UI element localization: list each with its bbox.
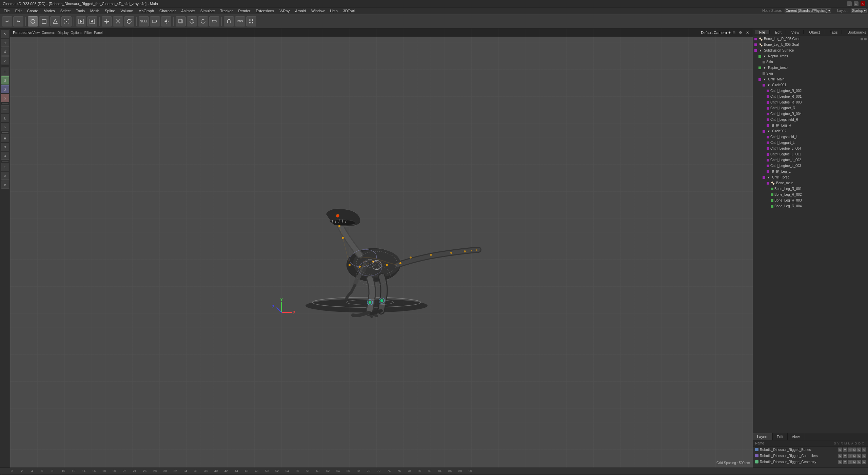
- menu-mesh[interactable]: Mesh: [88, 8, 102, 14]
- layer-controllers[interactable]: Robotic_Dinosaur_Rigged_Controllers S V …: [753, 453, 868, 459]
- layer-icon-5[interactable]: L: [857, 448, 861, 452]
- sphere-button[interactable]: [187, 16, 197, 26]
- tab-layers[interactable]: Layers: [753, 433, 773, 440]
- tool-2[interactable]: S: [1, 76, 9, 84]
- viewport-options-button[interactable]: Options: [71, 31, 82, 35]
- menu-animate[interactable]: Animate: [179, 8, 197, 14]
- tool-1[interactable]: T: [1, 68, 9, 76]
- menu-window[interactable]: Window: [309, 8, 327, 14]
- layer-icon-4[interactable]: M: [852, 454, 856, 458]
- viewport[interactable]: Perspective View Cameras Display Options…: [10, 28, 753, 468]
- rpanel-tab-view[interactable]: View: [787, 30, 804, 34]
- minimize-button[interactable]: _: [847, 1, 852, 6]
- tree-item-bone-leg-r-004[interactable]: Bone_Leg_R_004: [753, 203, 868, 209]
- deformer-button[interactable]: [209, 16, 219, 26]
- tool-12[interactable]: ⊕: [1, 172, 9, 180]
- menu-volume[interactable]: Volume: [118, 8, 136, 14]
- menu-3dtoai[interactable]: 3DToAI: [341, 8, 358, 14]
- rotate-tool-button[interactable]: [124, 16, 134, 26]
- tree-item-cntrl-legtoe-r-002[interactable]: Cntrl_Legtoe_R_002: [753, 88, 868, 94]
- menu-character[interactable]: Character: [157, 8, 178, 14]
- node-space-selector[interactable]: Current (Standard/Physical) ▾: [785, 8, 831, 13]
- menu-render[interactable]: Render: [236, 8, 253, 14]
- tree-item-bone-leg-r-005[interactable]: 🦴 Bone_Leg_R_005.Goal: [753, 36, 868, 42]
- render-button[interactable]: [76, 16, 86, 26]
- null-button[interactable]: NULL: [139, 16, 149, 26]
- menu-spline[interactable]: Spline: [102, 8, 118, 14]
- boole-button[interactable]: SDS: [235, 16, 245, 26]
- tree-item-ik-leg-l[interactable]: ⛓ IK_Leg_L: [753, 169, 868, 174]
- layer-icon-6[interactable]: A: [862, 448, 866, 452]
- mesh-mode-button[interactable]: [39, 16, 49, 26]
- light-button[interactable]: [161, 16, 171, 26]
- tool-7[interactable]: ⌂: [1, 123, 9, 131]
- viewport-cameras-button[interactable]: Cameras: [42, 31, 56, 35]
- tree-item-cntrl-legshield-l[interactable]: Cntrl_Legshield_L: [753, 134, 868, 140]
- rpanel-tab-edit[interactable]: Edit: [771, 30, 786, 34]
- tool-4[interactable]: S: [1, 94, 9, 102]
- tool-8[interactable]: ▣: [1, 134, 9, 142]
- tool-11[interactable]: ✦: [1, 163, 9, 171]
- point-mode-button[interactable]: [61, 16, 72, 26]
- tool-5[interactable]: —: [1, 105, 9, 113]
- layer-icon-1[interactable]: S: [838, 448, 842, 452]
- tool-3[interactable]: $: [1, 85, 9, 93]
- cube-button[interactable]: [176, 16, 186, 26]
- scale-tool-button[interactable]: [113, 16, 123, 26]
- close-button[interactable]: ✕: [861, 1, 865, 6]
- undo-button[interactable]: ↩: [2, 16, 12, 26]
- tree-item-bone-leg-r-003[interactable]: Bone_Leg_R_003: [753, 197, 868, 203]
- tree-item-ik-leg-r[interactable]: ⛓ IK_Leg_R: [753, 122, 868, 128]
- edge-mode-button[interactable]: [50, 16, 60, 26]
- tree-item-cntrl-legtoe-l-003[interactable]: Cntrl_Legtoe_L_003: [753, 163, 868, 169]
- tree-item-bone-leg-r-001[interactable]: Bone_Leg_R_001: [753, 186, 868, 192]
- maximize-button[interactable]: □: [854, 1, 859, 6]
- tree-item-cntrl-legshield-r[interactable]: Cntrl_Legshield_R: [753, 117, 868, 122]
- layer-icon-3[interactable]: R: [848, 454, 852, 458]
- layer-icon-6[interactable]: A: [862, 460, 866, 464]
- tool-select[interactable]: ↖: [1, 30, 9, 38]
- layer-icon-1[interactable]: S: [838, 460, 842, 464]
- layer-geometry[interactable]: Robotic_Dinosaur_Rigged_Geometry S V R M…: [753, 459, 868, 465]
- rpanel-tab-bookmarks[interactable]: Bookmarks: [843, 30, 868, 34]
- menu-file[interactable]: File: [1, 8, 12, 14]
- viewport-display-button[interactable]: Display: [58, 31, 69, 35]
- tree-item-cntrl-torso[interactable]: ▼ Cntrl_Torso: [753, 174, 868, 180]
- tree-item-cntrl-legpart-r[interactable]: Cntrl_Legpart_R: [753, 105, 868, 111]
- model-mode-button[interactable]: [28, 16, 38, 26]
- tree-item-cntrl-main[interactable]: ▼ Cntrl_Main: [753, 76, 868, 82]
- layer-icon-4[interactable]: M: [852, 460, 856, 464]
- layer-icon-5[interactable]: L: [857, 460, 861, 464]
- move-tool-button[interactable]: [102, 16, 112, 26]
- menu-tools[interactable]: Tools: [74, 8, 87, 14]
- menu-select[interactable]: Select: [58, 8, 73, 14]
- tree-item-cntrl-legpart-l[interactable]: Cntrl_Legpart_L: [753, 140, 868, 146]
- camera-button[interactable]: [150, 16, 160, 26]
- tree-item-bone-leg-r-002[interactable]: Bone_Leg_R_002: [753, 192, 868, 197]
- viewport-expand-icon[interactable]: ⊞: [731, 30, 736, 35]
- layer-icon-3[interactable]: R: [848, 448, 852, 452]
- tool-6[interactable]: L: [1, 114, 9, 122]
- tree-item-cntrl-legtoe-r-004[interactable]: Cntrl_Legtoe_R_004: [753, 111, 868, 117]
- tree-item-skin-2[interactable]: Skin: [753, 71, 868, 76]
- material-button[interactable]: [198, 16, 208, 26]
- tree-item-cntrl-legtoe-l-001[interactable]: Cntrl_Legtoe_L_001: [753, 151, 868, 157]
- menu-modes[interactable]: Modes: [41, 8, 57, 14]
- layer-icon-6[interactable]: A: [862, 454, 866, 458]
- layer-icon-2[interactable]: V: [843, 460, 847, 464]
- layer-icon-2[interactable]: V: [843, 448, 847, 452]
- viewport-panel-button[interactable]: Panel: [94, 31, 103, 35]
- menu-help[interactable]: Help: [328, 8, 340, 14]
- tree-item-cntrl-legtoe-l-004[interactable]: Cntrl_Legtoe_L_004: [753, 146, 868, 151]
- rpanel-tab-object[interactable]: Object: [805, 30, 824, 34]
- tool-13[interactable]: ⊗: [1, 180, 9, 189]
- tree-item-bone-leg-l-005[interactable]: 🦴 Bone_Leg_L_005.Goal: [753, 42, 868, 48]
- layout-selector[interactable]: Startup ▾: [851, 8, 867, 13]
- rpanel-tab-tags[interactable]: Tags: [826, 30, 842, 34]
- layer-icon-5[interactable]: L: [857, 454, 861, 458]
- menu-extensions[interactable]: Extensions: [253, 8, 276, 14]
- menu-mograph[interactable]: MoGraph: [136, 8, 156, 14]
- magnet-button[interactable]: [224, 16, 234, 26]
- render-settings-button[interactable]: [87, 16, 97, 26]
- tool-scale[interactable]: ⤢: [1, 56, 9, 64]
